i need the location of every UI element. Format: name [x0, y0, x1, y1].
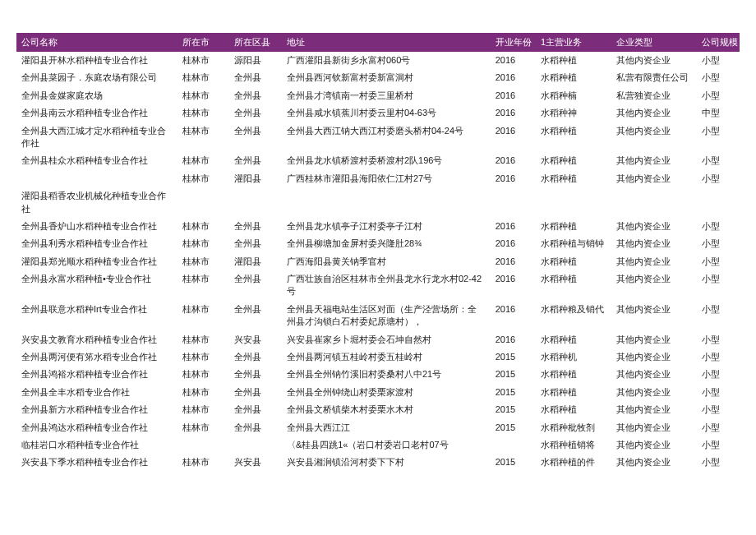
- cell-address: 广西灌阳县新街乡永富村060号: [282, 52, 491, 69]
- cell-address: 广西桂林市灌阳县海阳依仁江村27号: [282, 170, 491, 187]
- table-row: 灌阳县郑光顺水稻种植专业合作社桂林市灌阳县广西海阳县黄关钠季官村2016水稻种植…: [16, 253, 740, 270]
- cell-year: 2016: [491, 104, 536, 122]
- cell-type: 其他内资企业: [611, 235, 697, 252]
- cell-scale: 小型: [697, 87, 740, 104]
- cell-year: 2016: [491, 253, 536, 270]
- cell-city: 桂林市: [177, 170, 229, 187]
- cell-county: 兴安县: [229, 454, 281, 471]
- cell-type: 其他内资企业: [611, 301, 697, 331]
- cell-county: 全州县: [229, 401, 281, 418]
- cell-name: 灌阳县开林水稻种植专业合作社: [16, 52, 177, 69]
- cell-address: 全州县大西江钠大西江村委磨头桥村04-24号: [282, 122, 491, 153]
- cell-business: 水稻种植的件: [536, 454, 611, 471]
- cell-address: 广西海阳县黄关钠季官村: [282, 253, 491, 270]
- cell-name: 全州县鸿达水稻种植专业合作社: [16, 419, 177, 436]
- cell-county: 全州县: [229, 366, 281, 383]
- cell-year: 2016: [491, 170, 536, 187]
- col-header-city: 所在市: [177, 33, 229, 52]
- cell-type: 其他内资企业: [611, 384, 697, 401]
- col-header-scale: 公司规模: [697, 33, 740, 52]
- cell-county: 兴安县: [229, 331, 281, 348]
- cell-business: 水稻种植: [536, 331, 611, 348]
- cell-year: 2016: [491, 235, 536, 252]
- cell-county: 全州县: [229, 87, 281, 104]
- table-row: 全州县利秀水稻种植专业合作社桂林市全州县全州县柳塘加金屏村委兴隆肚28¾2016…: [16, 235, 740, 252]
- cell-scale: 小型: [697, 301, 740, 331]
- cell-type: 私营有限责任公司: [611, 69, 697, 86]
- cell-name: 全州县桂众水稻种植专业合作社: [16, 152, 177, 169]
- cell-address: 全州县天福电站生活区对面（生产泾营场所：全州县才沟锁白石村委妃原塘村），: [282, 301, 491, 331]
- cell-business: 水稻种植: [536, 401, 611, 418]
- table-row: 临桂岩口水稻种植专业合作社〈&桂县四跳1«（岩口村委岩口老村07号水稻种植销将其…: [16, 436, 740, 454]
- cell-city: 桂林市: [177, 235, 229, 252]
- cell-type: 其他内资企业: [611, 104, 697, 122]
- cell-address: 兴安县崔家乡卜堀村委会石坤自然村: [282, 331, 491, 348]
- cell-name: 全州县新方水稻种植专业合作社: [16, 401, 177, 418]
- cell-type: 其他内资企业: [611, 218, 697, 235]
- cell-address: 全州县全州钠竹溪旧村委桑村八中21号: [282, 366, 491, 383]
- cell-scale: 小型: [697, 454, 740, 471]
- cell-type: 其他内资企业: [611, 253, 697, 270]
- cell-city: 桂林市: [177, 52, 229, 69]
- col-header-type: 企业类型: [611, 33, 697, 52]
- cell-scale: 小型: [697, 401, 740, 418]
- cell-county: 全州县: [229, 348, 281, 366]
- cell-name: 全州县联意水稻种Irt专业合作社: [16, 301, 177, 331]
- cell-year: 2016: [491, 270, 536, 301]
- table-row: 灌阳县稻香农业机械化种植专业合作社: [16, 187, 740, 218]
- cell-type: 其他内资企业: [611, 52, 697, 69]
- cell-city: 桂林市: [177, 104, 229, 122]
- cell-business: 水稻种植: [536, 122, 611, 153]
- cell-business: 水稻种植: [536, 152, 611, 169]
- cell-scale: 小型: [697, 52, 740, 69]
- cell-year: 2016: [491, 218, 536, 235]
- table-row: 全州县全丰水稻专业合作社桂林市全州县全州县全州钟绕山村委栗家渡村2015水稻种植…: [16, 384, 740, 401]
- cell-scale: [697, 187, 740, 218]
- cell-name: 全州县两河便有笫水稻专业合作社: [16, 348, 177, 366]
- cell-year: 2016: [491, 87, 536, 104]
- cell-county: 全州县: [229, 384, 281, 401]
- cell-business: 水稻种机: [536, 348, 611, 366]
- cell-city: 桂林市: [177, 401, 229, 418]
- cell-type: 其他内资企业: [611, 436, 697, 454]
- cell-address: 全州县柳塘加金屏村委兴隆肚28¾: [282, 235, 491, 252]
- cell-address: 广西壮族自治区桂林市全州县龙水行龙水村02-42号: [282, 270, 491, 301]
- cell-city: 桂林市: [177, 87, 229, 104]
- table-body: 灌阳县开林水稻种植专业合作社桂林市源阳县广西灌阳县新街乡永富村060号2016水…: [16, 52, 740, 472]
- cell-county: 全州县: [229, 69, 281, 86]
- cell-scale: 小型: [697, 348, 740, 366]
- cell-city: 桂林市: [177, 218, 229, 235]
- cell-address: 全州县全州钟绕山村委栗家渡村: [282, 384, 491, 401]
- cell-year: 2016: [491, 69, 536, 86]
- table-row: 全州县新方水稻种植专业合作社桂林市全州县全州县文桥镇柴木村委栗水木村2015水稻…: [16, 401, 740, 418]
- cell-address: 全州县大西江江: [282, 419, 491, 436]
- table-row: 全州县香炉山水稻种植专业合作社桂林市全州县全州县龙水镇亭子江村委亭子江村2016…: [16, 218, 740, 235]
- cell-scale: 小型: [697, 170, 740, 187]
- cell-business: 水稻种楠: [536, 87, 611, 104]
- table-row: 灌阳县开林水稻种植专业合作社桂林市源阳县广西灌阳县新街乡永富村060号2016水…: [16, 52, 740, 69]
- col-header-county: 所在区县: [229, 33, 281, 52]
- cell-business: 水稻种神: [536, 104, 611, 122]
- cell-name: 全州县大西江城才定水稻种植专业合作社: [16, 122, 177, 153]
- cell-city: 桂林市: [177, 152, 229, 169]
- cell-scale: 小型: [697, 122, 740, 153]
- cell-city: 桂林市: [177, 384, 229, 401]
- cell-address: 兴安县湘涧镇沿河村委下下村: [282, 454, 491, 471]
- cell-address: 全州县文桥镇柴木村委栗水木村: [282, 401, 491, 418]
- cell-business: 水稻种植: [536, 384, 611, 401]
- cell-type: 其他内资企业: [611, 122, 697, 153]
- cell-address: 全州县咸水镇蕉川村委云里村04-63号: [282, 104, 491, 122]
- cell-name: 兴安县文教育水稻种植专业合作社: [16, 331, 177, 348]
- cell-name: 灌阳县郑光顺水稻种植专业合作社: [16, 253, 177, 270]
- col-header-year: 开业年份: [491, 33, 536, 52]
- cell-city: 桂林市: [177, 122, 229, 153]
- cell-city: 桂林市: [177, 270, 229, 301]
- cell-type: 其他内资企业: [611, 366, 697, 383]
- cell-city: [177, 187, 229, 218]
- cell-name: [16, 170, 177, 187]
- cell-business: 水稻种植销将: [536, 436, 611, 454]
- cell-address: 〈&桂县四跳1«（岩口村委岩口老村07号: [282, 436, 491, 454]
- cell-scale: 小型: [697, 152, 740, 169]
- cell-name: 全州县南云水稻种植专业合作社: [16, 104, 177, 122]
- cell-scale: 小型: [697, 331, 740, 348]
